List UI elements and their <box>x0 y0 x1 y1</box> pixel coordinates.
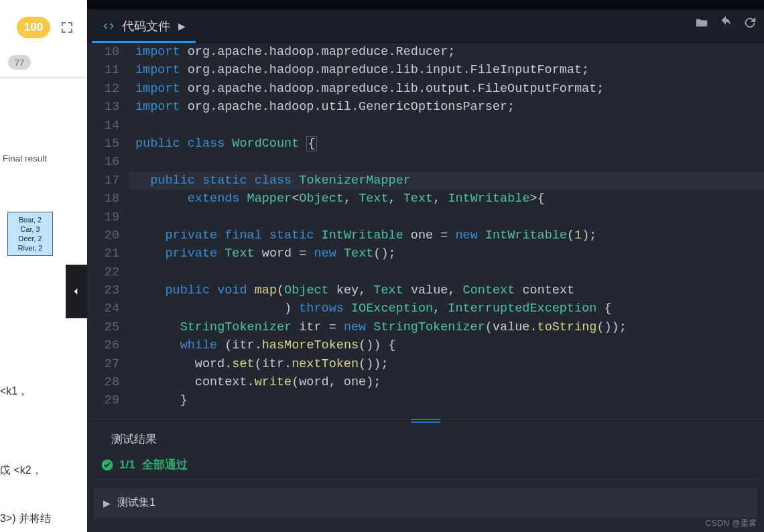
code-icon <box>102 19 115 33</box>
watermark: CSDN @柔雾 <box>705 518 757 529</box>
line-number: 21 <box>87 245 119 263</box>
code-line: context.write(word, one); <box>129 373 764 391</box>
code-line: ) throws IOException, InterruptedExcepti… <box>129 300 764 318</box>
pass-count: 1/1 <box>119 458 135 472</box>
line-number: 14 <box>87 117 119 135</box>
line-number: 15 <box>87 135 119 153</box>
code-area[interactable]: import org.apache.hadoop.mapreduce.Reduc… <box>129 43 764 418</box>
line-number: 16 <box>87 153 119 171</box>
folder-icon[interactable] <box>694 15 709 30</box>
result-line: River, 2 <box>8 243 52 253</box>
code-line: public static class TokenizerMapper <box>129 172 764 190</box>
code-line: private Text word = new Text(); <box>129 245 764 263</box>
code-line: public class WordCount { <box>129 135 764 153</box>
line-number: 29 <box>87 391 119 409</box>
code-line <box>129 153 764 171</box>
result-line: Bear, 2 <box>8 215 52 224</box>
line-number: 27 <box>87 355 119 373</box>
chevron-left-icon <box>71 286 82 297</box>
code-line: import org.apache.hadoop.mapreduce.lib.i… <box>129 61 764 79</box>
code-line: } <box>129 391 764 409</box>
tab-code-file[interactable]: 代码文件 ▶ <box>87 9 200 42</box>
line-number: 10 <box>87 43 119 61</box>
result-box: Bear, 2 Car, 3 Deer, 2 River, 2 <box>7 212 53 256</box>
final-result-label: Final result <box>3 153 47 163</box>
code-line: extends Mapper<Object, Text, Text, IntWr… <box>129 190 764 208</box>
code-line <box>129 208 764 226</box>
code-line: word.set(itr.nextToken()); <box>129 355 764 373</box>
line-gutter: 1011121314151617181920212223242526272829 <box>87 43 129 418</box>
divider <box>0 77 87 78</box>
line-number: 13 <box>87 98 119 116</box>
line-number: 12 <box>87 80 119 98</box>
code-line: while (itr.hasMoreTokens()) { <box>129 336 764 354</box>
resize-handle[interactable] <box>87 418 764 425</box>
refresh-icon[interactable] <box>743 15 757 30</box>
pass-text: 全部通过 <box>142 457 188 472</box>
code-line: private final static IntWritable one = n… <box>129 226 764 245</box>
expand-icon[interactable] <box>59 19 75 36</box>
line-number: 17 <box>87 172 119 190</box>
line-number: 22 <box>87 263 119 281</box>
line-number: 23 <box>87 281 119 300</box>
line-number: 25 <box>87 318 119 336</box>
tab-label: 代码文件 <box>122 18 170 34</box>
line-number: 26 <box>87 336 119 354</box>
line-number: 28 <box>87 373 119 391</box>
tab-test-results[interactable]: 测试结果 <box>111 431 157 452</box>
score-badge: 100 <box>17 17 50 38</box>
line-number: 24 <box>87 300 119 318</box>
toolbar-right <box>694 15 757 30</box>
code-line: import org.apache.hadoop.mapreduce.lib.o… <box>129 80 764 98</box>
snippet-text-1: <k1， <box>0 385 60 399</box>
collapse-handle[interactable] <box>66 265 87 318</box>
bottom-panel: 测试结果 1/1 全部通过 ▶ 测试集1 <box>87 425 764 532</box>
result-line: Car, 3 <box>8 224 52 234</box>
code-line <box>129 117 764 135</box>
chevron-right-icon: ▶ <box>103 498 111 509</box>
snippet-text-2: 戉 <k2， <box>0 464 80 478</box>
undo-icon[interactable] <box>718 15 733 30</box>
test-set-label: 测试集1 <box>117 496 155 510</box>
line-number: 11 <box>87 61 119 79</box>
window-top-strip <box>87 0 764 9</box>
line-number: 20 <box>87 226 119 245</box>
check-circle-icon <box>101 458 114 472</box>
code-line <box>129 263 764 281</box>
line-number: 18 <box>87 190 119 208</box>
code-line: import org.apache.hadoop.util.GenericOpt… <box>129 98 764 116</box>
code-line: public void map(Object key, Text value, … <box>129 281 764 300</box>
code-line: import org.apache.hadoop.mapreduce.Reduc… <box>129 43 764 61</box>
chevron-right-icon: ▶ <box>178 21 186 31</box>
grip-icon <box>411 419 440 424</box>
code-line: StringTokenizer itr = new StringTokenize… <box>129 318 764 336</box>
test-set-row[interactable]: ▶ 测试集1 <box>94 488 757 518</box>
right-panel: 代码文件 ▶ 101112131415161718192021222324252… <box>87 9 764 532</box>
result-line: Deer, 2 <box>8 234 52 243</box>
code-editor[interactable]: 1011121314151617181920212223242526272829… <box>87 43 764 418</box>
result-tab-bar: 测试结果 <box>87 425 764 453</box>
tab-bar: 代码文件 ▶ <box>87 9 764 43</box>
pass-status-row: 1/1 全部通过 <box>94 453 757 480</box>
line-number: 19 <box>87 208 119 226</box>
snippet-text-3: 3>) 并将结 <box>0 512 87 526</box>
count-badge: 77 <box>8 55 31 70</box>
